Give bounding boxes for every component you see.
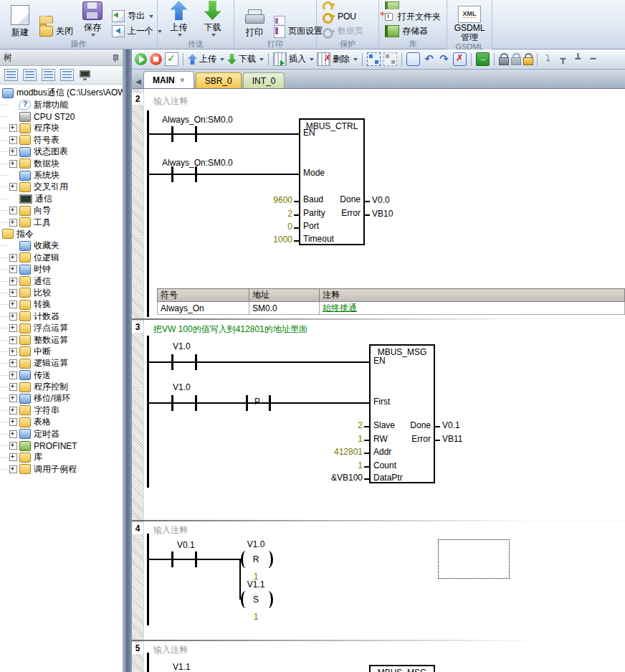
expand-icon[interactable]: [9, 453, 17, 461]
upload-button[interactable]: 上传: [163, 1, 195, 39]
symbol-col-header[interactable]: 符号: [158, 289, 249, 302]
undo-icon[interactable]: ↶: [423, 53, 435, 65]
expand-icon[interactable]: [9, 324, 17, 332]
gsdml-manage-button[interactable]: XML GSDML 管理: [453, 0, 487, 42]
param-value[interactable]: 0: [247, 222, 292, 232]
delete-dropdown-icon[interactable]: [353, 58, 358, 63]
tree-item-interrupt[interactable]: 中断: [1, 346, 123, 357]
coil-count[interactable]: 1: [238, 612, 274, 622]
download-dropdown-icon[interactable]: [259, 58, 264, 63]
tree-item-tools[interactable]: 工具: [1, 217, 123, 228]
wire-branch-icon[interactable]: ⤵: [542, 53, 554, 65]
tree-item-status-chart[interactable]: 状态图表: [1, 146, 123, 158]
expand-icon[interactable]: [9, 407, 17, 415]
expand-icon[interactable]: [9, 136, 17, 144]
expand-icon[interactable]: [9, 418, 17, 426]
positive-edge-symbol[interactable]: P: [254, 397, 260, 407]
ladder-canvas[interactable]: 2 输入注释 Always_On:SM0.0 Always_On:SM0.0 M…: [132, 89, 625, 672]
close-button[interactable]: 关闭: [38, 24, 75, 39]
compile-button[interactable]: [165, 52, 178, 66]
wire-up-icon[interactable]: ┻: [572, 53, 584, 65]
symbol-cell[interactable]: Always_On: [158, 302, 249, 315]
tree-item-cross-reference[interactable]: 交叉引用: [1, 181, 123, 193]
mbus-msg-block[interactable]: MBUS_MSG EN First Slave RW Addr Count Da…: [369, 344, 435, 483]
coil-operand[interactable]: V1.1: [238, 579, 274, 590]
tree-item-program-control[interactable]: 程序控制: [1, 381, 123, 392]
output-operand[interactable]: VB11: [442, 434, 462, 444]
tab-scroll-left-icon[interactable]: ◀: [133, 75, 143, 88]
pou-button[interactable]: POU: [321, 9, 365, 24]
param-value[interactable]: 412801: [305, 447, 363, 457]
contact-operand[interactable]: V1.0: [173, 382, 191, 392]
network-number[interactable]: 2: [132, 93, 143, 105]
expand-icon[interactable]: [9, 336, 17, 344]
network-comment[interactable]: 输入注释: [153, 96, 188, 106]
data-block-view-icon[interactable]: [60, 69, 74, 81]
network-comment[interactable]: 输入注释: [153, 645, 188, 655]
upload-dropdown-icon[interactable]: [220, 58, 224, 63]
upload-toolbar-button[interactable]: 上传: [188, 53, 224, 65]
tree-item-table[interactable]: 表格: [1, 417, 123, 428]
tree-item-timers[interactable]: 定时器: [1, 428, 123, 440]
param-value[interactable]: 2: [247, 209, 292, 219]
symbol-table[interactable]: 符号 地址 注释 Always_On SM0.0 始终接通: [157, 288, 625, 315]
address-col-header[interactable]: 地址: [249, 289, 319, 302]
memory-button[interactable]: 存储器: [383, 24, 442, 39]
expand-icon[interactable]: [9, 394, 17, 402]
param-value[interactable]: 1000: [247, 235, 292, 245]
pin-icon[interactable]: [111, 54, 119, 62]
lock-icon[interactable]: [499, 53, 508, 65]
expand-icon[interactable]: [9, 278, 17, 285]
tree-item-shift-rotate[interactable]: 移位/循环: [1, 393, 123, 404]
tree-item-compare[interactable]: 比较: [1, 287, 123, 298]
contact-operand[interactable]: V1.0: [173, 341, 191, 351]
tree-item-libraries[interactable]: 库: [1, 452, 123, 463]
run-button[interactable]: [135, 53, 147, 65]
lock-add-icon[interactable]: [523, 53, 533, 65]
tree-item-symbol-table[interactable]: 符号表: [1, 134, 123, 146]
tree-item-cpu[interactable]: CPU ST20: [1, 110, 123, 122]
insert-dropdown-icon[interactable]: [310, 58, 314, 63]
tab-int0[interactable]: INT_0: [243, 72, 285, 88]
expand-icon[interactable]: [9, 442, 17, 450]
expand-icon[interactable]: [9, 148, 17, 156]
network-number[interactable]: 5: [132, 643, 143, 654]
network-comment[interactable]: 把VW 100的值写入到412801的地址里面: [153, 324, 307, 334]
tree-item-program-block[interactable]: 程序块: [1, 123, 123, 134]
expand-icon[interactable]: [9, 372, 17, 379]
redo-icon[interactable]: ↷: [438, 53, 450, 65]
comment-col-header[interactable]: 注释: [320, 289, 625, 302]
print-button[interactable]: 打印: [239, 1, 270, 39]
expand-icon[interactable]: [9, 465, 17, 473]
tree-item-communications[interactable]: 通信: [1, 193, 123, 204]
expand-icon[interactable]: [9, 124, 17, 132]
network-comment[interactable]: 输入注释: [153, 525, 188, 535]
tree-item-favorites[interactable]: 收藏夹: [1, 240, 123, 252]
tree-root[interactable]: modbus通信 (C:\Users\AOWID\: [1, 87, 123, 99]
download-button[interactable]: 下载: [197, 1, 229, 39]
save-button[interactable]: 保存: [77, 1, 108, 39]
program-block-view-icon[interactable]: [4, 69, 18, 81]
tree-item-instructions[interactable]: 指令: [1, 228, 123, 240]
address-cell[interactable]: SM0.0: [249, 302, 319, 315]
previous-button[interactable]: 上一个: [110, 24, 163, 39]
mbus-msg-block[interactable]: MBUS_MSG: [369, 665, 435, 672]
expand-icon[interactable]: [9, 300, 17, 308]
expand-icon[interactable]: [9, 183, 17, 191]
tree-item-string[interactable]: 字符串: [1, 404, 123, 416]
expand-icon[interactable]: [9, 430, 17, 438]
contact-operand[interactable]: V0.1: [177, 540, 195, 550]
unlock-icon[interactable]: [511, 53, 520, 65]
expand-icon[interactable]: [9, 254, 17, 262]
tree-item-integer-math[interactable]: 整数运算: [1, 334, 123, 346]
save-dropdown-arrow-icon[interactable]: [91, 34, 95, 39]
new-button[interactable]: 新建: [4, 1, 36, 39]
expand-icon[interactable]: [9, 289, 17, 297]
selection-box[interactable]: [438, 539, 510, 579]
communications-view-icon[interactable]: [79, 70, 91, 80]
contact-operand[interactable]: V1.1: [173, 662, 191, 672]
tree-item-wizards[interactable]: 向导: [1, 205, 123, 217]
status-chart-view-icon[interactable]: [42, 69, 55, 81]
open-folder-button[interactable]: 打开文件夹: [383, 9, 442, 24]
param-value[interactable]: 9600: [247, 195, 292, 205]
